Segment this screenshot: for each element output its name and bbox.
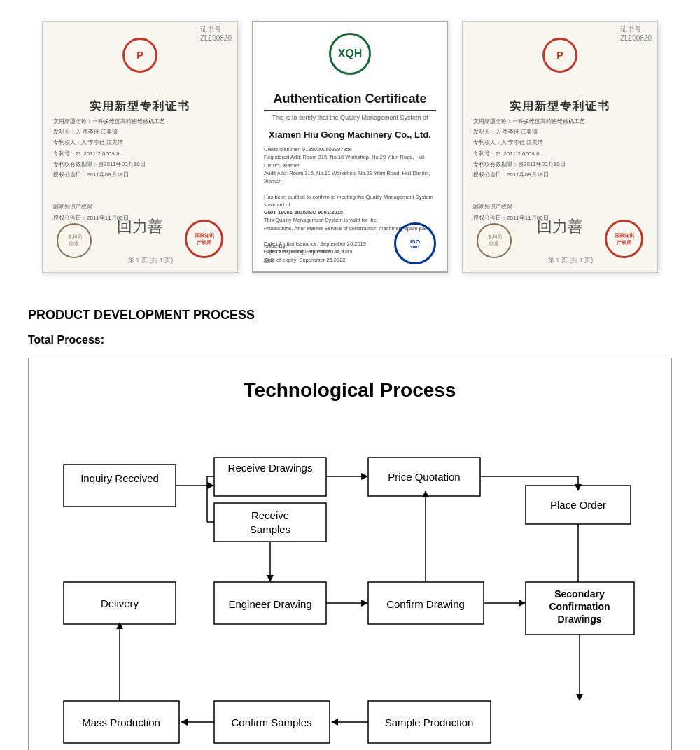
cert-left-seal: 国家知识产权局 <box>185 220 223 258</box>
arrow-confirm-to-mass <box>181 719 188 726</box>
cert-right: 证书号ZL200820 P 实用新型专利证书 实用新型名称：一种多维度高精密维修… <box>462 21 658 273</box>
cert-middle-company: Xiamen Hiu Gong Machinery Co., Ltd. <box>264 129 436 140</box>
arrow-samples-to-engineer <box>267 575 274 582</box>
certificates-section: 证书号ZL200820 P 实用新型专利证书 实用新型名称：一种多维度高精密维修… <box>0 0 700 294</box>
arrow-confirm-to-secondary <box>519 600 526 607</box>
cert-right-corner: 证书号ZL200820 <box>620 24 652 42</box>
cert-left-body: 实用新型名称：一种多维度高精密维修机工艺 发明人：人·李李佳·江美清 专利权人：… <box>53 118 227 222</box>
confirm-samples-label: Confirm Samples <box>231 716 312 728</box>
arrow-drawings-to-price <box>361 473 368 480</box>
delivery-label: Delivery <box>101 597 139 609</box>
process-diagram-container: Technological Process Inquiry Received R… <box>28 358 672 750</box>
process-section: PRODUCT DEVELOPMENT PROCESS Total Proces… <box>0 294 700 750</box>
flow-diagram-wrapper: Inquiry Received Receive Drawings Receiv… <box>43 423 657 750</box>
diagram-title: Technological Process <box>43 379 657 402</box>
cert-middle-logo-wrap: XQH <box>264 33 436 75</box>
cert-middle-logo: XQH <box>329 33 371 75</box>
secondary-label1: Secondary <box>554 588 605 600</box>
flow-diagram-svg: Inquiry Received Receive Drawings Receiv… <box>43 423 659 750</box>
secondary-label3: Drawings <box>557 614 601 625</box>
engineer-drawing-label: Engineer Drawing <box>228 598 312 610</box>
place-order-label: Place Order <box>550 499 606 511</box>
arrow-secondary-to-sample <box>576 694 583 701</box>
cert-right-logo-circle: P <box>542 38 578 73</box>
cert-left-seal2: 专利局印章 <box>57 223 92 258</box>
cert-left: 证书号ZL200820 P 实用新型专利证书 实用新型名称：一种多维度高精密维修… <box>42 21 238 273</box>
cert-left-logo: P <box>53 38 227 73</box>
arrow-sample-to-confirm <box>331 719 338 726</box>
section-title: PRODUCT DEVELOPMENT PROCESS <box>28 308 672 323</box>
cert-right-logo: P <box>473 38 647 73</box>
confirm-drawing-label: Confirm Drawing <box>386 598 465 610</box>
cert-left-title: 实用新型专利证书 <box>53 99 227 114</box>
sample-production-label: Sample Production <box>385 716 474 728</box>
receive-samples-label1: Receive <box>251 509 289 521</box>
cert-middle-footer: Issue By: Fujian Xin QiHang Certificatio… <box>264 222 436 264</box>
cert-right-seal2: 专利局印章 <box>477 223 512 258</box>
arrow-engineer-to-confirm <box>361 600 368 607</box>
price-quotation-label: Price Quotation <box>388 471 460 483</box>
cert-middle-subtitle: This is to certify that the Quality Mana… <box>264 114 436 121</box>
secondary-label2: Confirmation <box>549 601 610 612</box>
cert-right-title: 实用新型专利证书 <box>473 99 647 114</box>
cert-right-seal: 国家知识产权局 <box>605 220 643 258</box>
cert-left-corner: 证书号ZL200820 <box>200 24 232 42</box>
cert-middle: XQH Authentication Certificate This is t… <box>252 21 448 273</box>
inquiry-received-label: Inquiry Received <box>80 472 159 484</box>
svg-rect-0 <box>64 465 176 507</box>
cert-middle-title: Authentication Certificate <box>264 92 436 111</box>
total-process-label: Total Process: <box>28 334 672 346</box>
iso-logo: ISO 9001 <box>394 222 436 264</box>
cert-left-logo-circle: P <box>122 38 158 73</box>
receive-drawings-label: Receive Drawings <box>228 462 313 474</box>
arrow-inquiry-to-receive <box>207 482 214 489</box>
cert-right-body: 实用新型名称：一种多维度高精密维修机工艺 发明人：人·李李佳·江美清 专利权人：… <box>473 118 647 222</box>
receive-samples-label2: Samples <box>250 523 290 535</box>
mass-production-label: Mass Production <box>82 716 160 728</box>
